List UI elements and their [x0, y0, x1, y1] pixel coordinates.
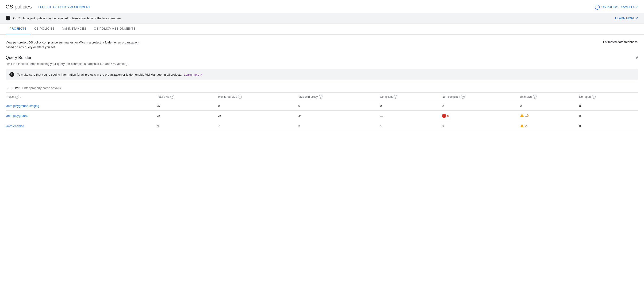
banner-left: i OSConfig agent update may be required … — [6, 16, 122, 21]
svg-text:!: ! — [522, 125, 522, 127]
header-left: OS policies + CREATE OS POLICY ASSIGNMEN… — [6, 4, 90, 10]
total-vms-help-icon[interactable]: ? — [170, 95, 174, 99]
col-vms-with-policy: VMs with policy ? — [298, 93, 380, 101]
unknown-badge: ! 2 — [520, 124, 527, 128]
cell-monitored-vms: 0 — [218, 101, 298, 111]
cell-monitored-vms: 25 — [218, 111, 298, 121]
non-compliant-badge: ! 6 — [442, 114, 449, 118]
table-header-row: Project ? ↓ Total VMs ? Monitored — [6, 93, 638, 101]
cell-unknown: ! 10 — [520, 111, 579, 121]
learn-more-label: LEARN MORE — [615, 17, 635, 20]
table-row: vmm-playground35253418! 6! 100 — [6, 111, 638, 121]
cell-no-report: 0 — [579, 111, 638, 121]
query-builder-description: Limit the table to items matching your q… — [6, 62, 638, 66]
main-content: View per-project OS policy compliance su… — [0, 35, 644, 131]
query-builder-toggle[interactable]: Query Builder ∨ — [6, 55, 638, 62]
error-icon: ! — [442, 114, 446, 118]
cell-compliant: 1 — [380, 121, 442, 131]
tab-vm-instances[interactable]: VM INSTANCES — [58, 24, 90, 34]
page-header: OS policies + CREATE OS POLICY ASSIGNMEN… — [0, 0, 644, 13]
filter-icon — [6, 86, 10, 90]
project-link[interactable]: vmm-playground-staging — [6, 104, 39, 108]
freshness-label: Estimated data freshness: — [603, 40, 638, 44]
unknown-help-icon[interactable]: ? — [533, 95, 536, 99]
cell-monitored-vms: 7 — [218, 121, 298, 131]
project-link[interactable]: vmm-enabled — [6, 124, 24, 128]
filter-label: Filter — [13, 86, 20, 90]
warning-icon: ! — [520, 114, 524, 117]
tab-projects[interactable]: PROJECTS — [6, 24, 30, 34]
svg-text:!: ! — [522, 115, 522, 117]
cell-non-compliant: 0 — [442, 101, 520, 111]
filter-input[interactable] — [22, 86, 638, 90]
query-builder-title: Query Builder — [6, 55, 32, 60]
examples-label: OS POLICY EXAMPLES — [601, 5, 635, 9]
warning-icon: ! — [520, 124, 524, 128]
col-non-compliant: Non-compliant ? — [442, 93, 520, 101]
col-monitored-vms: Monitored VMs ? — [218, 93, 298, 101]
create-link-label: + CREATE OS POLICY ASSIGNMENT — [37, 5, 90, 9]
cell-vms-with-policy: 3 — [298, 121, 380, 131]
cell-vms-with-policy: 0 — [298, 101, 380, 111]
cell-total-vms: 9 — [157, 121, 218, 131]
tabs-container: PROJECTS OS POLICIES VM INSTANCES OS POL… — [0, 24, 644, 35]
projects-table: Project ? ↓ Total VMs ? Monitored — [6, 93, 638, 131]
col-project: Project ? ↓ — [6, 93, 157, 101]
external-link-icon: ⇗ — [636, 5, 638, 9]
tab-os-policy-assignments[interactable]: OS POLICY ASSIGNMENTS — [90, 24, 140, 34]
header-right: ◯ OS POLICY EXAMPLES ⇗ — [595, 4, 638, 10]
cell-non-compliant: 0 — [442, 121, 520, 131]
vm-manager-info-banner: i To make sure that you're seeing inform… — [6, 69, 638, 80]
unknown-badge: ! 10 — [520, 114, 528, 117]
cell-no-report: 0 — [579, 121, 638, 131]
col-unknown: Unknown ? — [520, 93, 579, 101]
no-report-help-icon[interactable]: ? — [592, 95, 596, 99]
cell-project: vmm-enabled — [6, 121, 157, 131]
col-no-report: No report ? — [579, 93, 638, 101]
learn-more-link[interactable]: LEARN MORE ⇗ — [615, 17, 638, 20]
project-link[interactable]: vmm-playground — [6, 114, 28, 117]
col-total-vms: Total VMs ? — [157, 93, 218, 101]
table-row: vmm-playground-staging37000000 — [6, 101, 638, 111]
cell-compliant: 18 — [380, 111, 442, 121]
monitored-vms-help-icon[interactable]: ? — [238, 95, 242, 99]
tab-os-policies[interactable]: OS POLICIES — [30, 24, 58, 34]
cell-compliant: 0 — [380, 101, 442, 111]
cell-vms-with-policy: 34 — [298, 111, 380, 121]
info-icon-2: i — [10, 72, 14, 77]
banner-text: OSConfig agent update may be required to… — [13, 17, 122, 20]
cell-unknown: ! 2 — [520, 121, 579, 131]
cell-total-vms: 37 — [157, 101, 218, 111]
page-title: OS policies — [6, 4, 32, 10]
cell-project: vmm-playground-staging — [6, 101, 157, 111]
learn-more-vm-manager-link[interactable]: Learn more ⇗ — [184, 73, 203, 76]
page-description: View per-project OS policy compliance su… — [6, 40, 146, 49]
cell-no-report: 0 — [579, 101, 638, 111]
info-icon: i — [6, 16, 10, 21]
cell-unknown: 0 — [520, 101, 579, 111]
cell-total-vms: 35 — [157, 111, 218, 121]
cell-non-compliant: ! 6 — [442, 111, 520, 121]
cell-project: vmm-playground — [6, 111, 157, 121]
col-compliant: Compliant ? — [380, 93, 442, 101]
sort-icon[interactable]: ↓ — [20, 95, 22, 99]
vm-manager-text: To make sure that you're seeing informat… — [17, 73, 203, 76]
compliant-help-icon[interactable]: ? — [394, 95, 397, 99]
chevron-down-icon: ∨ — [635, 55, 638, 60]
top-row: View per-project OS policy compliance su… — [6, 40, 638, 49]
table-row: vmm-enabled97310! 20 — [6, 121, 638, 131]
project-help-icon[interactable]: ? — [15, 95, 19, 99]
top-info-banner: i OSConfig agent update may be required … — [0, 13, 644, 24]
non-compliant-help-icon[interactable]: ? — [461, 95, 465, 99]
query-builder: Query Builder ∨ Limit the table to items… — [6, 55, 638, 66]
github-icon: ◯ — [595, 4, 600, 10]
create-policy-assignment-link[interactable]: + CREATE OS POLICY ASSIGNMENT — [37, 5, 90, 9]
vms-with-policy-help-icon[interactable]: ? — [319, 95, 322, 99]
learn-more-external-icon: ⇗ — [636, 17, 638, 20]
os-policy-examples-link[interactable]: OS POLICY EXAMPLES ⇗ — [601, 5, 638, 9]
filter-row: Filter — [6, 83, 638, 93]
